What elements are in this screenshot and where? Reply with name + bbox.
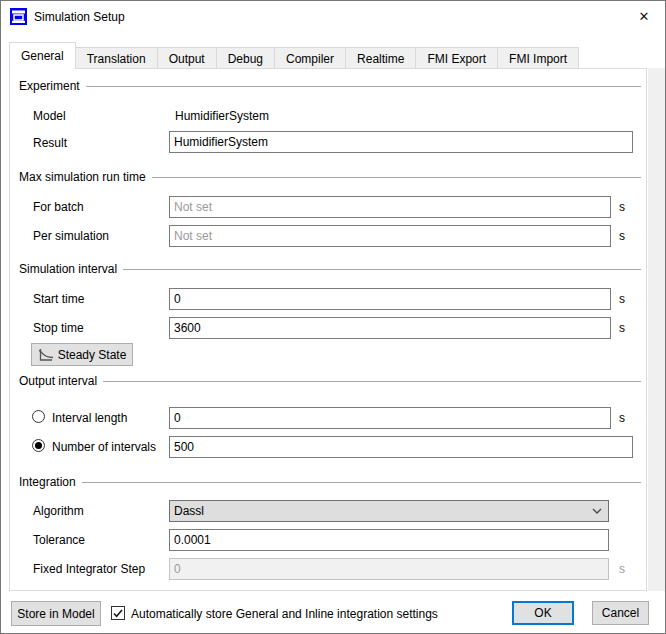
section-divider — [103, 381, 641, 382]
number-of-intervals-label: Number of intervals — [52, 440, 156, 454]
per-simulation-label: Per simulation — [33, 229, 109, 243]
section-title: Simulation interval — [19, 262, 117, 276]
tolerance-label: Tolerance — [33, 533, 85, 547]
section-divider — [86, 86, 641, 87]
simulation-setup-dialog: Simulation Setup ✕ General Translation O… — [0, 0, 666, 634]
simulation-setup-icon — [10, 8, 27, 25]
result-label: Result — [33, 136, 67, 150]
start-time-label: Start time — [33, 292, 84, 306]
section-max-run-time: Max simulation run time — [19, 170, 641, 184]
stop-time-label: Stop time — [33, 321, 84, 335]
steady-state-button[interactable]: Steady State — [31, 343, 133, 366]
cancel-label: Cancel — [602, 606, 639, 620]
result-input[interactable] — [169, 131, 633, 153]
check-icon — [112, 608, 124, 619]
section-output-interval: Output interval — [19, 374, 641, 388]
number-of-intervals-input[interactable] — [169, 436, 633, 458]
section-title: Experiment — [19, 79, 80, 93]
auto-store-checkbox-label[interactable]: Automatically store General and Inline i… — [131, 607, 438, 621]
store-in-model-label: Store in Model — [17, 607, 94, 621]
tolerance-input[interactable] — [169, 529, 609, 551]
chevron-down-icon — [590, 504, 604, 518]
tab-fmi-import[interactable]: FMI Import — [498, 47, 579, 69]
section-title: Integration — [19, 475, 76, 489]
stop-time-unit: s — [619, 321, 625, 335]
section-integration: Integration — [19, 475, 641, 489]
interval-length-unit: s — [619, 411, 625, 425]
window-title: Simulation Setup — [34, 1, 125, 33]
steady-state-curve-icon — [38, 348, 54, 362]
per-simulation-unit: s — [619, 229, 625, 243]
section-simulation-interval: Simulation interval — [19, 262, 641, 276]
ok-label: OK — [534, 606, 551, 620]
interval-length-label: Interval length — [52, 411, 127, 425]
section-divider — [152, 177, 641, 178]
per-simulation-input[interactable] — [169, 225, 611, 247]
tab-debug[interactable]: Debug — [217, 47, 275, 69]
ok-button[interactable]: OK — [512, 601, 574, 625]
model-label: Model — [33, 109, 66, 123]
dialog-background-strip — [648, 68, 666, 591]
titlebar: Simulation Setup ✕ — [1, 1, 665, 33]
section-title: Output interval — [19, 374, 97, 388]
tab-translation[interactable]: Translation — [76, 47, 158, 69]
tab-fmi-export[interactable]: FMI Export — [416, 47, 498, 69]
start-time-input[interactable] — [169, 288, 611, 310]
fixed-integrator-step-label: Fixed Integrator Step — [33, 562, 145, 576]
for-batch-label: For batch — [33, 200, 84, 214]
cancel-button[interactable]: Cancel — [592, 601, 649, 625]
steady-state-label: Steady State — [58, 348, 127, 362]
store-in-model-button[interactable]: Store in Model — [11, 601, 101, 626]
auto-store-checkbox[interactable] — [111, 606, 125, 620]
section-divider — [123, 269, 641, 270]
model-value: HumidifierSystem — [175, 109, 269, 123]
algorithm-label: Algorithm — [33, 504, 84, 518]
start-time-unit: s — [619, 292, 625, 306]
tab-realtime[interactable]: Realtime — [346, 47, 416, 69]
algorithm-value: Dassl — [174, 504, 590, 518]
algorithm-dropdown[interactable]: Dassl — [169, 500, 609, 522]
for-batch-unit: s — [619, 200, 625, 214]
tab-compiler[interactable]: Compiler — [275, 47, 346, 69]
section-experiment: Experiment — [19, 79, 641, 93]
section-title: Max simulation run time — [19, 170, 146, 184]
number-of-intervals-radio[interactable] — [32, 439, 45, 452]
stop-time-input[interactable] — [169, 317, 611, 339]
tab-bar: General Translation Output Debug Compile… — [9, 42, 579, 69]
section-divider — [82, 482, 641, 483]
interval-length-radio[interactable] — [32, 410, 45, 423]
interval-length-input[interactable] — [169, 407, 611, 429]
fixed-integrator-step-unit: s — [619, 562, 625, 576]
tab-output[interactable]: Output — [158, 47, 217, 69]
tab-general[interactable]: General — [9, 42, 76, 69]
for-batch-input[interactable] — [169, 196, 611, 218]
close-icon[interactable]: ✕ — [631, 1, 657, 33]
fixed-integrator-step-input — [169, 558, 609, 580]
